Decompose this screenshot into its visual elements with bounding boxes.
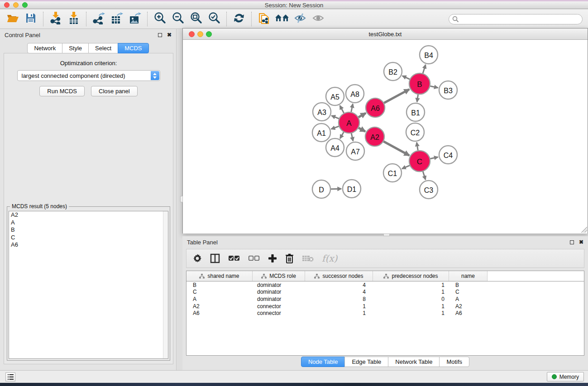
result-item[interactable]: B [9,226,168,234]
table-row[interactable]: A6connector11A6 [186,310,584,317]
tab-network[interactable]: Network [27,43,62,53]
network-edge[interactable] [351,104,353,112]
table-row[interactable]: Bdominator41B [186,281,584,289]
result-item[interactable]: A2 [9,211,168,219]
network-window-titlebar[interactable]: testGlobe.txt [183,29,588,40]
network-edge[interactable] [351,133,353,141]
column-header[interactable]: predecessor nodes [373,271,449,281]
node-label: A3 [317,109,326,116]
tab-style[interactable]: Style [62,43,89,53]
close-panel-icon[interactable]: ✖ [579,240,583,244]
open-session-button[interactable] [4,11,22,27]
home-button[interactable] [273,11,291,27]
table-row[interactable]: Adominator80A [186,295,584,303]
task-history-button[interactable] [5,372,15,381]
column-header[interactable]: MCDS role [253,271,305,281]
export-image-button[interactable] [126,11,144,27]
tab-network-table[interactable]: Network Table [388,357,440,367]
network-edge[interactable] [402,76,410,79]
control-panel-tabs: Network Style Select MCDS [0,43,176,53]
column-header[interactable]: name [449,271,488,281]
network-edge[interactable] [340,132,344,138]
hide-selected-button[interactable] [291,11,309,27]
import-table-button[interactable] [65,11,83,27]
network-edge[interactable] [402,166,410,169]
network-edge[interactable] [359,113,366,117]
network-edge[interactable] [331,126,339,129]
mcds-result-list[interactable]: A2ABCA6 [9,211,168,359]
save-session-button[interactable] [22,11,40,27]
table-cell: 1 [305,303,373,310]
eye-icon [312,13,325,25]
network-edge[interactable] [359,128,365,131]
network-edge[interactable] [430,86,438,88]
toolbar-separator [86,12,86,26]
delete-table-button[interactable] [302,252,314,265]
result-item[interactable]: A6 [9,241,168,249]
tab-select[interactable]: Select [88,43,118,53]
result-scrollbar[interactable] [163,211,168,358]
resize-grip-icon[interactable] [581,227,587,233]
zoom-in-button[interactable] [151,11,169,27]
network-edge[interactable] [384,89,409,103]
network-edge[interactable] [423,172,425,180]
table-cell: 4 [305,289,373,295]
table-header-row: shared name MCDS role successor nodes pr… [186,271,584,281]
export-table-button[interactable] [108,11,126,27]
network-edge[interactable] [423,65,425,73]
table-cell: A [186,296,253,302]
tab-edge-table[interactable]: Edge Table [344,357,388,367]
tab-motifs[interactable]: Motifs [439,357,469,367]
import-network-button[interactable] [47,11,65,27]
zoom-fit-icon [190,12,202,26]
new-network-button[interactable] [255,11,273,27]
result-item[interactable]: A [9,219,168,227]
zoom-selected-icon [208,12,220,26]
select-all-button[interactable] [228,252,240,265]
export-table-icon [110,12,123,26]
network-graph[interactable]: AA1A2A3A4A5A6A7A8BB1B2B3B4CC1C2C3C4DD1 [183,40,588,234]
function-builder-button[interactable]: f(x) [322,252,337,265]
table-row[interactable]: A2connector11A2 [186,303,584,310]
float-panel-icon[interactable] [158,33,162,37]
tab-mcds[interactable]: MCDS [118,43,148,53]
network-edge[interactable] [430,157,438,159]
memory-button[interactable]: Memory [547,372,584,381]
splitpane-handle[interactable] [180,196,183,202]
network-edge[interactable] [340,105,344,113]
column-header[interactable]: successor nodes [305,271,373,281]
network-edge[interactable] [417,95,418,102]
criterion-dropdown[interactable]: largest connected component (directed) [17,70,160,81]
float-panel-icon[interactable] [570,240,574,244]
search-input[interactable] [449,14,583,24]
network-edge[interactable] [331,116,339,119]
add-row-button[interactable] [268,252,277,265]
table-settings-button[interactable] [193,252,202,265]
network-view-window: testGlobe.txt AA1A2A3A4A5A6A7A8BB1B2B3B4… [182,28,588,234]
network-edge[interactable] [383,142,409,156]
table-cell: 1 [305,310,373,316]
zoom-out-button[interactable] [169,11,187,27]
zoom-fit-button[interactable] [187,11,205,27]
refresh-button[interactable] [230,11,248,27]
network-edge[interactable] [417,143,418,151]
close-panel-icon[interactable]: ✖ [167,33,172,37]
delete-row-button[interactable] [285,252,294,265]
result-item[interactable]: C [9,234,168,242]
show-all-button[interactable] [309,11,327,27]
close-panel-button[interactable]: Close panel [91,86,138,96]
import-table-icon [68,12,80,26]
zoom-selected-button[interactable] [205,11,223,27]
table-row[interactable]: Cdominator41C [186,289,584,296]
run-mcds-button[interactable]: Run MCDS [39,86,85,96]
tab-node-table[interactable]: Node Table [301,357,345,367]
unselect-all-button[interactable] [248,252,260,265]
show-columns-button[interactable] [210,252,220,265]
export-network-button[interactable] [90,11,108,27]
table-cell: A2 [449,303,488,310]
node-label: B3 [444,87,453,95]
node-label: B [417,80,422,89]
shared-column-icon [199,274,205,279]
column-header[interactable]: shared name [186,271,253,281]
node-table: shared name MCDS role successor nodes pr… [186,271,584,356]
